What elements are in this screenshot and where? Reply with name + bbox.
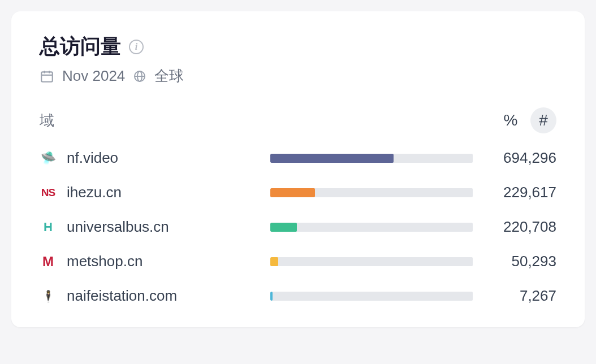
table-row: 🛸nf.video694,296 [40,149,556,167]
bar-fill [270,223,297,232]
value-label: 220,708 [489,218,556,236]
date-label: Nov 2024 [62,67,125,85]
table-row: Huniversalbus.cn220,708 [40,218,556,236]
favicon-icon: M [40,253,57,270]
table-row: 🕴naifeistation.com7,267 [40,287,556,305]
svg-rect-0 [41,72,53,81]
columns-header: 域 % # [40,107,556,133]
card-title: 总访问量 [40,33,121,60]
domain-name[interactable]: ihezu.cn [67,184,270,201]
bar-fill [270,257,278,266]
card-header: 总访问量 i [40,33,556,60]
table-row: Mmetshop.cn50,293 [40,253,556,270]
bar-track [270,223,473,232]
info-icon[interactable]: i [129,40,144,54]
favicon-icon: 🕴 [40,288,57,305]
favicon-icon: NS [40,184,57,201]
value-label: 694,296 [489,149,556,167]
domain-name[interactable]: metshop.cn [67,253,270,270]
data-rows: 🛸nf.video694,296NSihezu.cn229,617Huniver… [40,149,556,305]
globe-icon [133,70,146,83]
region-label: 全球 [154,66,184,86]
calendar-icon [40,69,54,84]
bar-fill [270,188,315,197]
table-row: NSihezu.cn229,617 [40,184,556,201]
value-label: 50,293 [489,253,556,270]
bar-track [270,154,473,163]
value-label: 7,267 [489,287,556,305]
bar-track [270,292,473,301]
favicon-icon: 🛸 [40,150,57,167]
bar-track [270,257,473,266]
domain-name[interactable]: nf.video [67,149,270,167]
domain-column-label: 域 [40,111,54,131]
value-label: 229,617 [489,184,556,201]
visits-card: 总访问量 i Nov 2024 全球 域 % # 🛸nf.vi [11,11,585,327]
card-subheader: Nov 2024 全球 [40,66,556,86]
bar-track [270,188,473,197]
count-toggle[interactable]: # [530,107,556,133]
domain-name[interactable]: naifeistation.com [67,287,270,305]
domain-name[interactable]: universalbus.cn [67,218,270,236]
bar-fill [270,292,273,301]
favicon-icon: H [40,219,57,236]
bar-fill [270,154,394,163]
percent-toggle[interactable]: % [498,107,524,133]
toggle-group: % # [498,107,556,133]
